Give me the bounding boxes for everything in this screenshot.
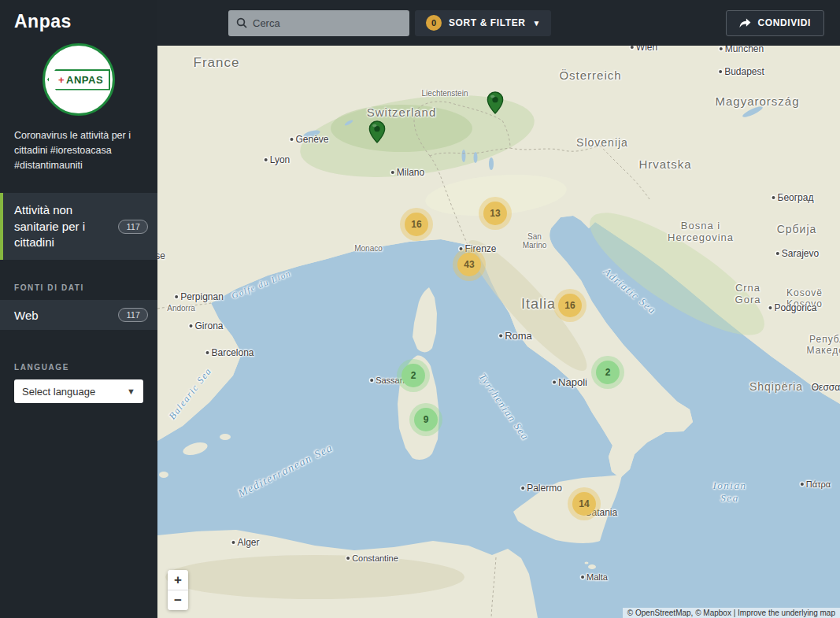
- map-label-text: Golfe du Lion: [230, 268, 292, 300]
- search-input[interactable]: [253, 17, 401, 29]
- map-container[interactable]: FranceMünchenWienÖsterreichBudapestMagya…: [157, 46, 840, 618]
- map-label-text: Girona: [194, 320, 223, 331]
- map-label-malta: Malta: [581, 572, 608, 582]
- map-label-intl-43: Πάτρα: [801, 479, 831, 489]
- filter-count-badge: 0: [426, 15, 442, 31]
- data-sources-header: FONTI DI DATI: [0, 283, 157, 292]
- map-pin-1[interactable]: [487, 91, 504, 118]
- logo-text: ANPAS: [66, 74, 103, 86]
- map-label-budapest: Budapest: [719, 66, 764, 77]
- city-dot-icon: [459, 247, 462, 250]
- city-dot-icon: [772, 196, 775, 199]
- item-count-badge: 117: [118, 220, 148, 234]
- map-label-lyon: Lyon: [265, 154, 290, 165]
- language-select[interactable]: Select language ▼: [14, 379, 143, 403]
- cluster-marker-yellow-16-0[interactable]: 16: [405, 213, 428, 236]
- search-icon: [236, 17, 247, 28]
- map-label-italia: Italia: [521, 296, 556, 313]
- logo-circle: + ANPAS: [43, 43, 115, 116]
- map-label-podgorica: Podgorica: [768, 302, 816, 313]
- zoom-out-button[interactable]: −: [168, 590, 188, 610]
- cluster-marker-green-2-6[interactable]: 2: [596, 361, 620, 384]
- language-header: LANGUAGE: [0, 363, 157, 372]
- city-dot-icon: [581, 575, 584, 579]
- map-label-palermo: Palermo: [521, 483, 562, 494]
- map-pin-0[interactable]: [368, 120, 386, 147]
- map-label-tyrrhenian-sea: Tyrrhenian Sea: [476, 371, 532, 442]
- map-label-text: Perpignan: [180, 291, 224, 302]
- map-label-text: Balearic Sea: [167, 365, 215, 422]
- sidebar-item-web[interactable]: Web 117: [0, 300, 157, 330]
- cluster-marker-yellow-16-3[interactable]: 16: [558, 294, 582, 317]
- map-labels-layer: FranceMünchenWienÖsterreichBudapestMagya…: [157, 46, 840, 618]
- sidebar: Anpas + ANPAS Coronavirus le attività pe…: [0, 0, 157, 618]
- cluster-marker-green-9-5[interactable]: 9: [414, 408, 438, 431]
- map-label-hrvatska: Hrvatska: [638, 157, 691, 171]
- cluster-marker-yellow-13-1[interactable]: 13: [483, 202, 507, 225]
- map-label-text: Hrvatska: [638, 157, 691, 171]
- cluster-marker-green-2-4[interactable]: 2: [401, 364, 425, 387]
- map-label-text: Mediterranean Sea: [236, 442, 335, 501]
- map-label-balearic-sea: Balearic Sea: [167, 365, 215, 422]
- map-label-text: Bosna i Hercegovina: [668, 220, 734, 243]
- zoom-in-button[interactable]: +: [168, 570, 188, 590]
- map-label-text: Milano: [397, 167, 424, 178]
- map-label-text: Ionian Sea: [711, 479, 749, 505]
- map-attribution[interactable]: © OpenStreetMap, © Mapbox | Improve the …: [623, 608, 840, 618]
- language-select-value: Select language: [22, 386, 95, 398]
- city-dot-icon: [290, 138, 293, 141]
- map-label-wien: Wien: [631, 46, 657, 53]
- share-label: CONDIVIDI: [758, 17, 811, 28]
- map-label-text: Podgorica: [774, 302, 816, 313]
- map-label-text: San Marino: [519, 232, 550, 250]
- map-label-text: Београд: [778, 192, 814, 203]
- anpas-logo: + ANPAS: [0, 37, 157, 127]
- map-label-text: Monaco: [354, 244, 383, 253]
- map-label-text: Toulouse: [157, 250, 165, 261]
- brand-title: Anpas: [0, 0, 157, 37]
- city-dot-icon: [521, 487, 524, 490]
- city-dot-icon: [801, 483, 804, 486]
- map-label-crna-gora: Crna Gora: [731, 282, 766, 305]
- city-dot-icon: [265, 158, 268, 161]
- sort-filter-button[interactable]: 0 SORT & FILTER ▼: [415, 10, 551, 36]
- map-label-text: Θεσσαλ: [812, 382, 840, 393]
- map-label-mediterranean-sea: Mediterranean Sea: [236, 442, 335, 501]
- map-label-text: München: [725, 46, 764, 54]
- city-dot-icon: [631, 46, 634, 49]
- map-label-intl-32: Θεσσαλ: [812, 382, 840, 393]
- map-label-text: Србија: [777, 223, 817, 235]
- share-button[interactable]: CONDIVIDI: [726, 10, 824, 36]
- map-label-constantine: Constantine: [346, 553, 398, 563]
- map-label-text: Liechtenstein: [422, 89, 468, 98]
- map-label-text: Sarajevo: [782, 248, 819, 259]
- map-label-perpignan: Perpignan: [175, 291, 224, 302]
- map-label-toulouse: Toulouse: [157, 250, 165, 261]
- cluster-marker-yellow-43-2[interactable]: 43: [457, 253, 481, 276]
- map-label-text: Πάτρα: [806, 479, 831, 489]
- cluster-marker-yellow-14-7[interactable]: 14: [572, 492, 596, 516]
- map-label-text: Malta: [587, 572, 608, 582]
- map-label-text: Genève: [295, 134, 328, 145]
- map-label-andorra: Andorra: [167, 304, 195, 313]
- map-label-m-nchen: München: [720, 46, 764, 54]
- map-zoom-control: + −: [168, 570, 188, 610]
- map-label-text: Magyarország: [715, 94, 799, 108]
- map-label-gen-ve: Genève: [290, 134, 328, 145]
- map-label-alger: Alger: [231, 537, 259, 548]
- city-dot-icon: [175, 295, 178, 298]
- city-dot-icon: [231, 541, 235, 544]
- city-dot-icon: [189, 324, 192, 328]
- sidebar-item-label: Attività non sanitarie per i cittadini: [14, 202, 112, 250]
- map-label-slovenija: Slovenija: [576, 136, 628, 149]
- sidebar-item-attivita-non-sanitarie[interactable]: Attività non sanitarie per i cittadini 1…: [0, 193, 157, 260]
- map-label-barcelona: Barcelona: [205, 347, 253, 358]
- map-label-monaco: Monaco: [354, 244, 383, 253]
- city-dot-icon: [719, 70, 722, 73]
- map-label-text: Österreich: [559, 68, 621, 82]
- map-label-text: Barcelona: [211, 347, 253, 358]
- map-label-intl-33: Република Македонија: [813, 334, 840, 356]
- city-dot-icon: [720, 47, 723, 50]
- map-label-text: Italia: [521, 296, 556, 313]
- map-label-sterreich: Österreich: [559, 68, 621, 82]
